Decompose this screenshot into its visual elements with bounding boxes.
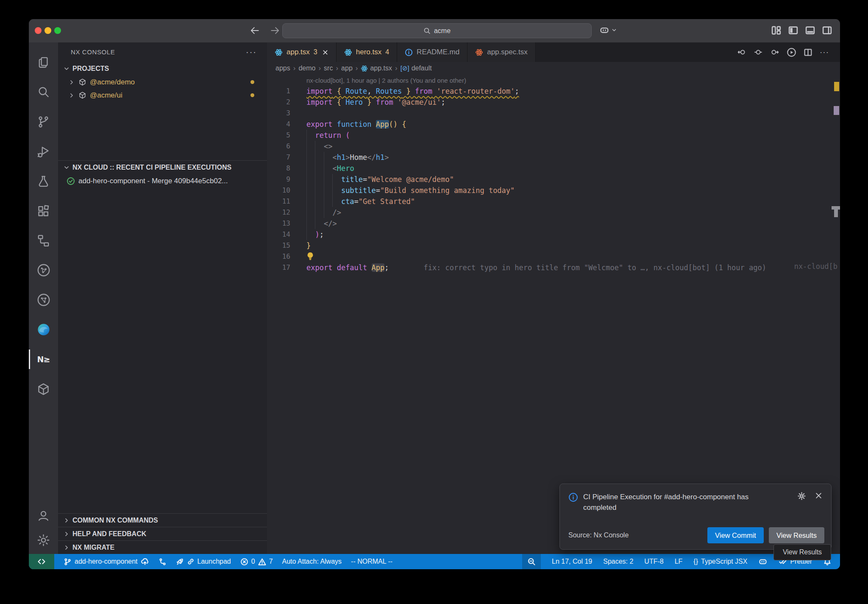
customize-layout-icon[interactable] <box>771 25 782 36</box>
branch-icon <box>64 558 72 566</box>
source-control-icon[interactable] <box>29 107 58 137</box>
code-line[interactable]: 11 cta="Get Started" <box>267 196 840 207</box>
copilot-icon[interactable] <box>599 25 609 35</box>
nx-cloud-section-header[interactable]: NX CLOUD :: RECENT CI PIPELINE EXECUTION… <box>58 160 267 174</box>
notification-close-icon[interactable] <box>815 492 823 513</box>
projects-section-header[interactable]: PROJECTS <box>58 62 267 76</box>
problems-status[interactable]: 0 7 <box>240 558 273 566</box>
nx-console-icon[interactable]: N≥ <box>29 344 58 374</box>
launchpad-status[interactable]: Launchpad <box>176 558 231 566</box>
breadcrumb-item-app-tsx[interactable]: app.tsx <box>361 64 392 72</box>
project-graph-icon[interactable] <box>29 255 58 285</box>
zoom-indicator[interactable] <box>522 554 541 569</box>
code-line[interactable]: 12 /> <box>267 207 840 218</box>
code-line[interactable]: 8 <Hero <box>267 163 840 174</box>
package-icon[interactable] <box>29 374 58 404</box>
history-back-icon[interactable] <box>249 25 260 36</box>
code-line[interactable]: 15} <box>267 240 840 251</box>
code-line[interactable]: 10 subtitle="Build something amazing tod… <box>267 185 840 196</box>
code-line[interactable]: 2import { Hero } from '@acme/ui'; <box>267 97 840 108</box>
run-file-icon[interactable] <box>787 48 796 57</box>
code-line[interactable]: 4export function App() { <box>267 119 840 130</box>
code-line[interactable]: 14 ); <box>267 229 840 240</box>
tab-app-tsx[interactable]: app.tsx 3 <box>267 42 337 62</box>
help-and-feedback-section[interactable]: HELP AND FEEDBACK <box>58 527 267 540</box>
nx-migrate-section[interactable]: NX MIGRATE <box>58 540 267 554</box>
run-debug-icon[interactable] <box>29 137 58 166</box>
code-line[interactable]: 16 <box>267 251 840 262</box>
nx-projects-icon[interactable] <box>29 226 58 255</box>
project-item-acme-demo[interactable]: @acme/demo <box>58 76 267 89</box>
language-mode-status[interactable]: {} TypeScript JSX <box>693 558 747 565</box>
common-nx-commands-section[interactable]: COMMON NX COMMANDS <box>58 513 267 527</box>
view-results-tooltip: View Results <box>773 544 831 560</box>
split-editor-icon[interactable] <box>804 48 812 57</box>
code-line[interactable]: 3 <box>267 108 840 119</box>
eol-status[interactable]: LF <box>675 558 683 565</box>
toggle-secondary-sidebar-icon[interactable] <box>822 25 832 36</box>
extensions-icon[interactable] <box>29 196 58 226</box>
explorer-icon[interactable] <box>29 48 58 77</box>
project-item-acme-ui[interactable]: @acme/ui <box>58 89 267 102</box>
more-actions-icon[interactable]: ··· <box>820 48 829 57</box>
auto-attach-status[interactable]: Auto Attach: Always <box>282 558 342 565</box>
view-commit-button[interactable]: View Commit <box>707 527 764 543</box>
more-actions-icon[interactable]: ··· <box>246 47 257 57</box>
pipeline-execution-item[interactable]: add-hero-component - Merge 409b44e5cb02.… <box>58 174 267 187</box>
code-line[interactable]: 1import { Route, Routes } from 'react-ro… <box>267 86 840 97</box>
breadcrumb-item-app[interactable]: app <box>341 64 353 72</box>
nav-back-change-icon[interactable] <box>737 48 746 56</box>
git-branch-status[interactable]: add-hero-component <box>64 557 149 566</box>
nav-current-change-icon[interactable] <box>754 48 763 56</box>
code-line[interactable]: 6 <> <box>267 141 840 152</box>
breadcrumb-separator: › <box>293 64 296 73</box>
scrollbar-handle[interactable] <box>832 206 840 210</box>
git-graph-status[interactable] <box>159 558 167 566</box>
edge-devtools-icon[interactable] <box>29 315 58 344</box>
breadcrumb-item-src[interactable]: src <box>324 64 333 72</box>
chevron-down-icon[interactable] <box>611 27 617 33</box>
accounts-icon[interactable] <box>29 503 58 528</box>
copilot-icon <box>758 557 768 566</box>
react-icon <box>275 48 283 56</box>
tab-readme-md[interactable]: README.md <box>397 42 467 62</box>
breadcrumb-item-demo[interactable]: demo <box>298 64 315 72</box>
vim-mode-status[interactable]: -- NORMAL -- <box>351 558 392 565</box>
remote-indicator[interactable] <box>29 554 54 569</box>
breadcrumb-item-default[interactable]: [⊘]default <box>401 64 432 72</box>
notification-settings-gear-icon[interactable] <box>797 492 806 513</box>
code-line[interactable]: 13 </> <box>267 218 840 229</box>
code-line[interactable]: 7 <h1>Home</h1> <box>267 152 840 163</box>
testing-icon[interactable] <box>29 166 58 196</box>
cursor-position-status[interactable]: Ln 17, Col 19 <box>552 558 592 565</box>
tab-hero-tsx[interactable]: hero.tsx 4 <box>337 42 397 62</box>
history-forward-icon[interactable] <box>270 25 281 36</box>
command-center-search[interactable]: acme <box>282 23 592 38</box>
search-sidebar-icon[interactable] <box>29 77 58 107</box>
code-line-content: import { Route, Routes } from 'react-rou… <box>290 86 519 97</box>
close-tab-icon[interactable] <box>322 49 328 56</box>
view-results-button[interactable]: View Results <box>769 527 824 543</box>
settings-gear-icon[interactable] <box>29 528 58 552</box>
minimize-window-button[interactable] <box>45 27 51 34</box>
breadcrumb-item-apps[interactable]: apps <box>275 64 290 72</box>
encoding-status[interactable]: UTF-8 <box>644 558 663 565</box>
nav-forward-change-icon[interactable] <box>770 48 779 56</box>
chevron-right-icon <box>68 79 75 86</box>
code-line[interactable]: 17export default App; fix: correct typo … <box>267 262 840 273</box>
indentation-status[interactable]: Spaces: 2 <box>603 558 633 565</box>
braces-icon: {} <box>693 558 698 565</box>
task-graph-icon[interactable] <box>29 285 58 315</box>
quickfix-lightbulb-icon[interactable] <box>306 252 315 261</box>
maximize-window-button[interactable] <box>54 27 61 34</box>
rocket-icon <box>176 558 184 566</box>
toggle-primary-sidebar-icon[interactable] <box>788 25 798 36</box>
tab-app-spec-tsx[interactable]: app.spec.tsx <box>467 42 535 62</box>
problems-badge: 3 <box>314 48 317 56</box>
code-line[interactable]: 9 title="Welcome @acme/demo" <box>267 174 840 185</box>
close-window-button[interactable] <box>35 27 42 34</box>
copilot-status[interactable] <box>758 557 768 566</box>
code-line[interactable]: 5 return ( <box>267 130 840 141</box>
toggle-panel-icon[interactable] <box>805 25 815 36</box>
chevron-right-icon <box>63 531 70 537</box>
